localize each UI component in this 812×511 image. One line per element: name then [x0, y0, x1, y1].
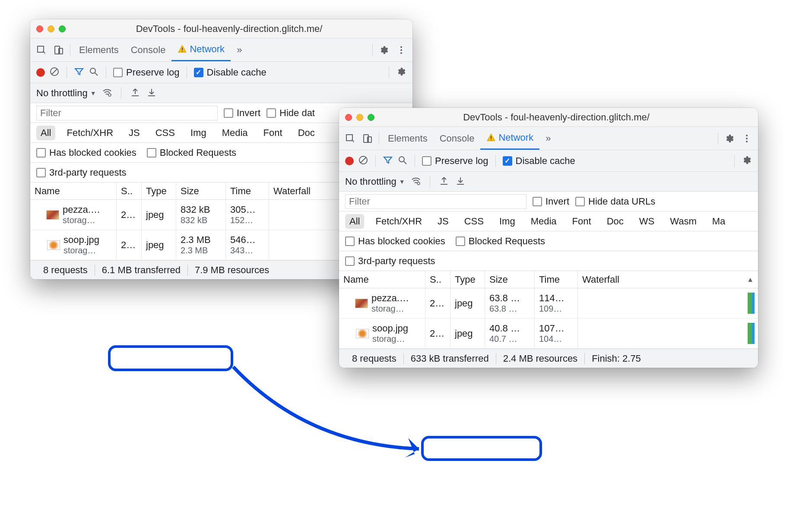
- type-all[interactable]: All: [345, 214, 364, 229]
- search-icon[interactable]: [89, 66, 99, 79]
- thumbnail-icon: [47, 240, 60, 250]
- col-time[interactable]: Time: [226, 183, 269, 199]
- third-party-checkbox[interactable]: 3rd-party requests: [345, 256, 435, 267]
- sort-ascending-icon: ▲: [747, 276, 754, 284]
- inspect-icon[interactable]: [33, 41, 50, 59]
- throttle-row: No throttling ▼: [30, 83, 412, 103]
- invert-checkbox[interactable]: Invert: [224, 107, 260, 119]
- kebab-menu-icon[interactable]: [393, 41, 410, 59]
- col-status[interactable]: S..: [425, 271, 450, 288]
- blocked-requests-checkbox[interactable]: Blocked Requests: [456, 236, 545, 247]
- device-toolbar-icon[interactable]: [50, 41, 67, 59]
- maximize-button[interactable]: [368, 114, 374, 121]
- throttle-select[interactable]: No throttling ▼: [36, 88, 96, 99]
- type-css[interactable]: CSS: [460, 214, 488, 229]
- devtools-window-after: DevTools - foul-heavenly-direction.glitc…: [339, 108, 758, 368]
- type-fetch[interactable]: Fetch/XHR: [62, 126, 117, 140]
- type-media[interactable]: Media: [527, 214, 561, 229]
- col-waterfall[interactable]: Waterfall ▲: [578, 271, 758, 288]
- tab-network[interactable]: Network: [480, 127, 539, 150]
- type-js[interactable]: JS: [124, 126, 144, 140]
- hide-data-urls-checkbox[interactable]: Hide dat: [266, 107, 315, 119]
- col-type[interactable]: Type: [450, 271, 485, 288]
- type-filter-row: All Fetch/XHR JS CSS Img Media Font Doc …: [339, 211, 758, 231]
- download-icon[interactable]: [455, 176, 466, 188]
- upload-icon[interactable]: [439, 176, 449, 188]
- preserve-log-label: Preserve log: [126, 67, 180, 78]
- record-button[interactable]: [345, 157, 354, 165]
- hide-data-label: Hide dat: [279, 107, 315, 119]
- col-size[interactable]: Size: [485, 271, 535, 288]
- filter-input[interactable]: [36, 106, 218, 120]
- maximize-button[interactable]: [59, 25, 66, 32]
- download-icon[interactable]: [146, 87, 157, 99]
- type-js[interactable]: JS: [433, 214, 453, 229]
- type-css[interactable]: CSS: [151, 126, 179, 140]
- type-fetch[interactable]: Fetch/XHR: [371, 214, 426, 229]
- tab-more[interactable]: »: [231, 38, 248, 61]
- device-toolbar-icon[interactable]: [359, 130, 376, 147]
- has-blocked-cookies-checkbox[interactable]: Has blocked cookies: [36, 147, 136, 158]
- svg-line-9: [52, 69, 57, 74]
- table-row[interactable]: pezza.… storag… 2… jpeg 63.8 …63.8 … 114…: [339, 288, 758, 319]
- network-conditions-icon[interactable]: [102, 87, 112, 99]
- close-button[interactable]: [345, 114, 352, 121]
- table-row[interactable]: soop.jpg storag… 2… jpeg 40.8 …40.7 … 10…: [339, 319, 758, 349]
- invert-checkbox[interactable]: Invert: [533, 196, 569, 207]
- type-img[interactable]: Img: [186, 126, 211, 140]
- preserve-log-checkbox[interactable]: Preserve log: [422, 155, 488, 167]
- tab-elements[interactable]: Elements: [73, 38, 125, 61]
- footer-resources: 2.4 MB resources: [496, 353, 585, 364]
- has-blocked-cookies-checkbox[interactable]: Has blocked cookies: [345, 236, 445, 247]
- throttle-select[interactable]: No throttling ▼: [345, 176, 405, 187]
- col-status[interactable]: S..: [117, 183, 142, 199]
- type-wasm[interactable]: Wasm: [666, 214, 701, 229]
- col-size[interactable]: Size: [176, 183, 226, 199]
- disable-cache-label: Disable cache: [207, 67, 266, 78]
- upload-icon[interactable]: [130, 87, 140, 99]
- filter-icon[interactable]: [383, 155, 393, 167]
- tab-console[interactable]: Console: [125, 38, 172, 61]
- type-img[interactable]: Img: [495, 214, 520, 229]
- col-type[interactable]: Type: [142, 183, 176, 199]
- settings-icon[interactable]: [375, 41, 393, 59]
- type-font[interactable]: Font: [259, 126, 287, 140]
- minimize-button[interactable]: [356, 114, 363, 121]
- col-name[interactable]: Name: [30, 183, 117, 199]
- throttle-label: No throttling: [345, 176, 396, 187]
- titlebar: DevTools - foul-heavenly-direction.glitc…: [339, 108, 758, 127]
- network-conditions-icon[interactable]: [411, 176, 421, 188]
- tab-network[interactable]: Network: [171, 38, 231, 61]
- minimize-button[interactable]: [48, 25, 54, 32]
- tab-more[interactable]: »: [539, 127, 557, 150]
- col-time[interactable]: Time: [535, 271, 578, 288]
- tab-elements[interactable]: Elements: [382, 127, 434, 150]
- type-font[interactable]: Font: [568, 214, 596, 229]
- record-button[interactable]: [36, 68, 45, 77]
- disable-cache-checkbox[interactable]: Disable cache: [503, 155, 575, 167]
- type-all[interactable]: All: [36, 126, 55, 140]
- disable-cache-checkbox[interactable]: Disable cache: [194, 67, 266, 78]
- network-settings-icon[interactable]: [396, 66, 406, 79]
- type-ws[interactable]: WS: [635, 214, 659, 229]
- blocked-requests-checkbox[interactable]: Blocked Requests: [147, 147, 236, 158]
- kebab-menu-icon[interactable]: [738, 130, 755, 147]
- close-button[interactable]: [36, 25, 43, 32]
- type-doc[interactable]: Doc: [294, 126, 319, 140]
- filter-input[interactable]: [345, 194, 527, 209]
- type-manifest[interactable]: Ma: [708, 214, 730, 229]
- svg-point-7: [400, 52, 402, 54]
- network-settings-icon[interactable]: [742, 155, 752, 167]
- clear-icon[interactable]: [358, 155, 368, 167]
- clear-icon[interactable]: [49, 66, 60, 79]
- inspect-icon[interactable]: [342, 130, 359, 147]
- hide-data-urls-checkbox[interactable]: Hide data URLs: [575, 196, 655, 207]
- col-name[interactable]: Name: [339, 271, 425, 288]
- third-party-checkbox[interactable]: 3rd-party requests: [36, 167, 127, 178]
- settings-icon[interactable]: [721, 130, 738, 147]
- tab-console[interactable]: Console: [434, 127, 481, 150]
- preserve-log-checkbox[interactable]: Preserve log: [113, 67, 180, 78]
- type-doc[interactable]: Doc: [603, 214, 628, 229]
- type-media[interactable]: Media: [218, 126, 252, 140]
- search-icon[interactable]: [397, 155, 408, 167]
